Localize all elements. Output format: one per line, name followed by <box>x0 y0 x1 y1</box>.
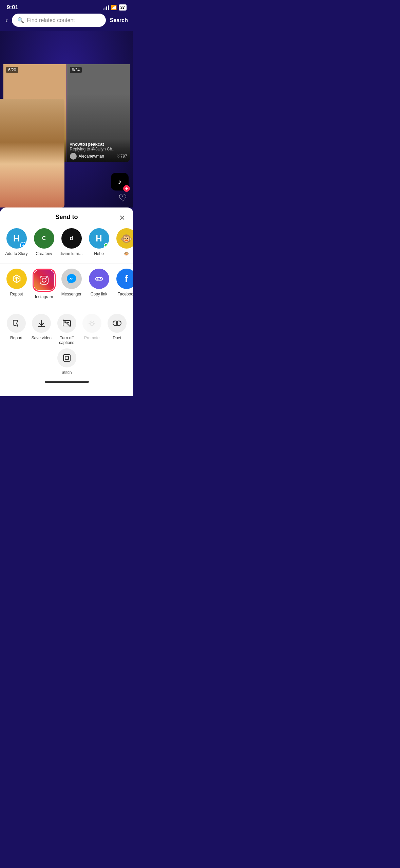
contact-emoji[interactable]: 🐵 🐵 <box>115 228 133 256</box>
author-avatar-2 <box>70 153 77 160</box>
instagram-selected-border <box>33 269 56 292</box>
app-facebook[interactable]: f Facebook <box>115 269 133 301</box>
search-placeholder: Find related content <box>27 17 100 23</box>
svg-rect-0 <box>40 276 48 284</box>
app-messenger[interactable]: Messenger <box>60 269 82 301</box>
hehe-label: Hehe <box>94 251 104 256</box>
copy-link-label: Copy link <box>91 292 107 296</box>
svg-point-2 <box>46 277 47 278</box>
save-video-icon <box>32 314 51 333</box>
home-bar <box>45 381 89 383</box>
bottom-sheet: Send to ✕ H + Add to Story C Createev d … <box>0 207 133 396</box>
heart-icon: ♡ <box>118 193 127 204</box>
video-reply-2: Replying to @Jailyn Ch... <box>70 147 128 151</box>
svg-point-1 <box>42 278 46 282</box>
video-counter-1: 6/20 <box>6 67 18 73</box>
back-button[interactable]: ‹ <box>5 16 8 25</box>
facebook-label: Facebook <box>117 292 133 296</box>
createev-label: Createev <box>36 251 52 256</box>
action-turn-off-captions[interactable]: Turn off captions <box>56 314 77 345</box>
stitch-icon <box>57 348 76 367</box>
search-icon: 🔍 <box>17 17 24 23</box>
tiktok-fab[interactable]: ♪ + <box>111 173 129 191</box>
action-duet[interactable]: Duet <box>106 314 128 345</box>
status-bar: 9:01 📶 37 <box>0 0 133 14</box>
author-likes-2: ♡797 <box>117 154 127 159</box>
hehe-avatar: H <box>89 228 109 249</box>
svg-rect-12 <box>65 356 69 360</box>
video-counter-2: 6/24 <box>70 67 82 73</box>
facebook-icon: f <box>116 269 134 289</box>
contact-createev[interactable]: C Createev <box>33 228 55 256</box>
close-button[interactable]: ✕ <box>117 213 127 223</box>
signal-icon <box>103 5 109 10</box>
svg-rect-7 <box>64 324 66 324</box>
video-hashtag-2: #howtospeakcat <box>70 142 128 147</box>
apps-row: Repost Instagram <box>0 266 133 307</box>
find-related-search[interactable]: 🔍 Find related content <box>12 14 106 27</box>
duet-label: Duet <box>113 336 121 340</box>
home-indicator <box>0 378 133 386</box>
divider-2 <box>0 309 133 309</box>
main-content: ‹ 🔍 How to speak cat ✕ ··· Top Videos Us… <box>0 31 133 207</box>
stitch-label: Stitch <box>61 370 72 375</box>
promote-icon <box>82 314 101 333</box>
add-to-story-avatar: H + <box>6 228 27 249</box>
divine-luminaire-label: divine luminaire •… <box>60 251 83 256</box>
instagram-icon <box>34 270 54 290</box>
instagram-label: Instagram <box>35 294 53 299</box>
contacts-row: H + Add to Story C Createev d divine lum… <box>0 225 133 261</box>
report-icon <box>7 314 26 333</box>
svg-rect-11 <box>63 355 70 361</box>
search-button[interactable]: Search <box>110 17 128 23</box>
divine-luminaire-avatar: d <box>61 228 82 249</box>
status-icons: 📶 37 <box>103 4 127 11</box>
action-promote: Promote <box>81 314 103 345</box>
action-stitch[interactable]: Stitch <box>5 348 128 375</box>
online-indicator <box>104 243 109 248</box>
repost-label: Repost <box>10 292 23 296</box>
svg-rect-5 <box>64 322 66 323</box>
wifi-icon: 📶 <box>111 5 117 10</box>
contact-add-to-story[interactable]: H + Add to Story <box>5 228 27 256</box>
fab-plus-icon: + <box>123 185 130 192</box>
top-search-bar: ‹ 🔍 Find related content Search <box>0 14 133 31</box>
video-author-row-2: Alecanewman ♡797 <box>70 153 128 160</box>
status-time: 9:01 <box>7 4 18 11</box>
video-thumb-2[interactable]: 6/24 #howtospeakcat Replying to @Jailyn … <box>67 64 130 162</box>
app-repost[interactable]: Repost <box>5 269 27 301</box>
copy-link-icon <box>89 269 109 289</box>
svg-rect-6 <box>67 322 69 323</box>
add-to-story-label: Add to Story <box>5 251 27 256</box>
emoji-label: 🐵 <box>124 251 129 256</box>
foreground-video <box>0 99 64 207</box>
promote-label: Promote <box>84 336 99 340</box>
divider-1 <box>0 264 133 264</box>
tiktok-logo-icon: ♪ <box>118 177 122 186</box>
author-name-2: Alecanewman <box>79 154 104 159</box>
app-instagram[interactable]: Instagram <box>33 269 55 301</box>
video-overlay-2: #howtospeakcat Replying to @Jailyn Ch...… <box>67 139 130 162</box>
messenger-label: Messenger <box>61 292 81 296</box>
createev-avatar: C <box>34 228 54 249</box>
contact-divine-luminaire[interactable]: d divine luminaire •… <box>60 228 82 256</box>
turn-off-captions-label: Turn off captions <box>56 336 77 345</box>
heart-button[interactable]: ♡ <box>116 192 129 204</box>
sheet-header: Send to ✕ <box>0 207 133 225</box>
actions-grid: Report Save video <box>0 311 133 378</box>
messenger-icon <box>61 269 82 289</box>
save-video-label: Save video <box>32 336 52 340</box>
contact-hehe[interactable]: H Hehe <box>88 228 110 256</box>
add-story-plus-icon: + <box>20 242 27 249</box>
report-label: Report <box>10 336 22 340</box>
svg-point-8 <box>90 322 94 326</box>
action-report[interactable]: Report <box>5 314 27 345</box>
duet-icon <box>108 314 127 333</box>
turn-off-captions-icon <box>57 314 76 333</box>
battery-indicator: 37 <box>119 4 127 11</box>
repost-icon <box>6 269 27 289</box>
app-copy-link[interactable]: Copy link <box>88 269 110 301</box>
emoji-avatar: 🐵 <box>116 228 134 249</box>
svg-point-10 <box>116 321 121 326</box>
action-save-video[interactable]: Save video <box>31 314 52 345</box>
